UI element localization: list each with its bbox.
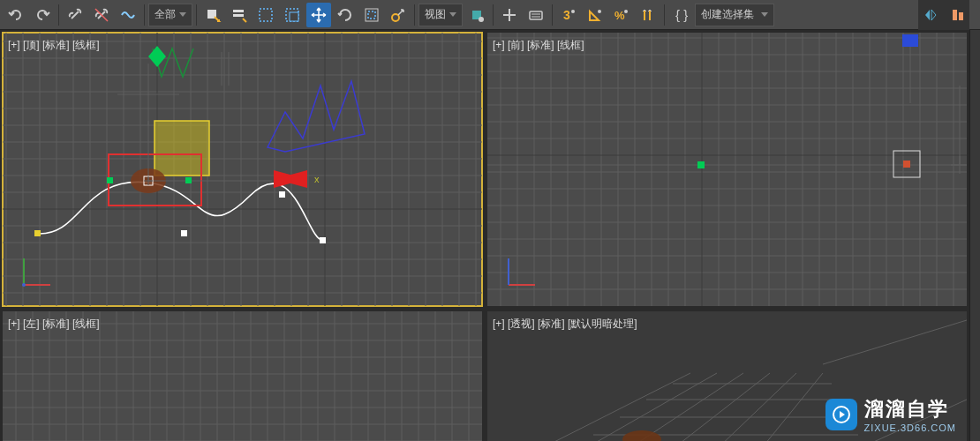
viewport-perspective[interactable]: [+] [透视] [标准] [默认明暗处理] 溜溜自学 ZIXUE.3D66.C…: [487, 311, 967, 441]
svg-point-18: [571, 10, 575, 13]
svg-rect-6: [290, 12, 298, 21]
svg-rect-77: [279, 191, 285, 198]
svg-point-9: [392, 14, 399, 21]
viewport-top[interactable]: x [+] [顶] [标准] [线框]: [3, 33, 482, 306]
svg-text:%: %: [614, 9, 625, 22]
snap-3d-button[interactable]: 3: [556, 3, 581, 27]
use-center-button[interactable]: [464, 3, 489, 27]
viewports-container: x [+] [顶] [标准] [线框]: [0, 30, 969, 441]
viewport-left[interactable]: [+] [左] [标准] [线框]: [3, 311, 482, 441]
svg-point-195: [622, 430, 661, 441]
viewport-front[interactable]: [+] [前] [标准] [线框]: [487, 33, 967, 306]
svg-text:x: x: [314, 174, 320, 184]
grid-persp: [487, 311, 967, 441]
placement-button[interactable]: [386, 3, 411, 27]
mirror-button[interactable]: [918, 3, 942, 27]
command-panel-strip[interactable]: [969, 30, 980, 441]
right-panel-tabs: [918, 0, 969, 30]
rotate-button[interactable]: [333, 3, 358, 27]
rect-region-button[interactable]: [253, 3, 278, 27]
svg-text:{ }: { }: [675, 7, 688, 22]
axis-gizmo-top: [15, 250, 59, 294]
svg-point-19: [598, 10, 601, 13]
svg-rect-3: [233, 14, 244, 17]
unlink-button[interactable]: [89, 3, 114, 27]
select-by-name-button[interactable]: [227, 3, 252, 27]
svg-point-21: [624, 10, 628, 13]
named-sel-button[interactable]: { }: [668, 3, 693, 27]
filter-dropdown[interactable]: 全部: [148, 4, 192, 26]
percent-snap-button[interactable]: %: [609, 3, 634, 27]
manip-button[interactable]: [497, 3, 522, 27]
redo-button[interactable]: [30, 3, 55, 27]
svg-rect-75: [34, 230, 41, 236]
svg-line-193: [823, 320, 967, 364]
spinner-snap-button[interactable]: [636, 3, 660, 27]
svg-rect-84: [185, 177, 192, 183]
angle-snap-button[interactable]: [583, 3, 607, 27]
caret-down-icon: [179, 12, 186, 17]
main-toolbar: 全部 视图 3 %: [0, 0, 980, 30]
svg-rect-14: [530, 11, 542, 19]
filter-label: 全部: [155, 7, 176, 22]
grid-front: [487, 33, 967, 306]
svg-rect-2: [233, 10, 244, 12]
ref-coord-dropdown[interactable]: 视图: [418, 4, 463, 26]
grid-top: x: [3, 33, 482, 306]
svg-line-194: [858, 400, 967, 441]
align-button[interactable]: [946, 3, 969, 27]
svg-point-11: [479, 17, 484, 22]
axis-gizmo-front: [500, 250, 544, 294]
scale-button[interactable]: [359, 3, 384, 27]
svg-point-91: [22, 283, 26, 287]
select-object-button[interactable]: [200, 3, 225, 27]
window-crossing-button[interactable]: [280, 3, 305, 27]
link-button[interactable]: [63, 3, 87, 27]
move-button[interactable]: [306, 3, 331, 27]
svg-rect-83: [107, 177, 113, 183]
svg-text:3: 3: [563, 8, 570, 22]
svg-rect-138: [902, 34, 918, 47]
bind-spacewarp-button[interactable]: [116, 3, 140, 27]
undo-button[interactable]: [4, 3, 28, 27]
named-sel-label: 创建选择集: [701, 7, 754, 22]
svg-rect-4: [260, 9, 272, 21]
svg-rect-8: [366, 9, 378, 21]
keyboard-button[interactable]: [524, 3, 548, 27]
svg-rect-7: [368, 11, 375, 19]
svg-rect-76: [181, 230, 187, 236]
caret-down-icon: [449, 12, 456, 17]
svg-rect-78: [320, 237, 326, 243]
named-selection-dropdown[interactable]: 创建选择集: [695, 4, 774, 26]
svg-rect-23: [953, 10, 957, 20]
svg-rect-144: [903, 161, 910, 168]
ref-coord-label: 视图: [425, 7, 446, 22]
caret-down-icon: [761, 12, 768, 17]
grid-left: [3, 311, 482, 441]
svg-rect-24: [959, 12, 963, 20]
svg-rect-137: [697, 161, 705, 168]
